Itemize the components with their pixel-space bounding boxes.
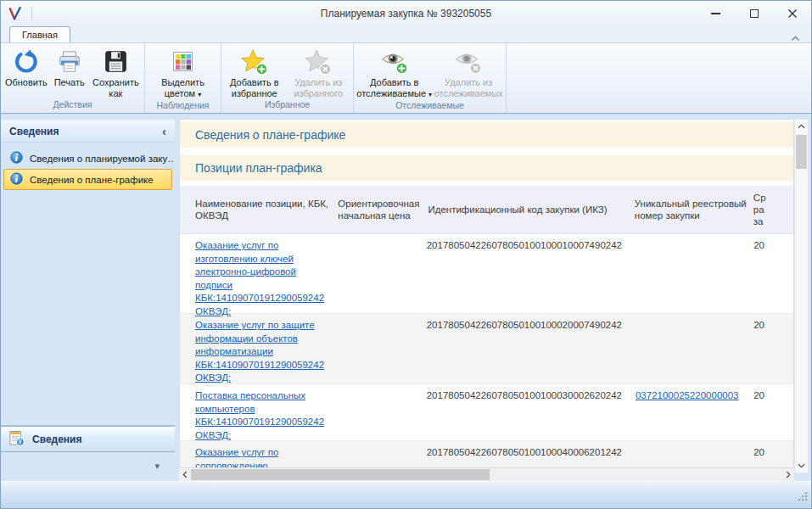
table-header-row: Наименование позиции, КБК, ОКВЭД Ориенти… xyxy=(180,186,793,234)
clipped-cell: 20 xyxy=(753,384,793,403)
price-cell xyxy=(337,441,419,446)
content-pane: Сведения о плане-графике Позиции план-гр… xyxy=(179,114,811,481)
status-bar xyxy=(1,481,811,508)
floppy-disk-icon xyxy=(104,46,128,77)
group-label-actions: Действия xyxy=(3,99,143,113)
navigation-pane-header: Сведения ‹ xyxy=(1,120,175,143)
okved-link[interactable]: ОКВЭД: xyxy=(195,429,330,443)
column-header-ikz: Идентификационный код закупки (ИКЗ) xyxy=(428,204,620,215)
collapse-ribbon-icon[interactable] xyxy=(791,36,800,42)
ikz-cell: 201780504226078050100100020007490242 xyxy=(427,314,622,333)
title-bar: Планируемая закупка № 393205055 xyxy=(1,1,811,26)
kbk-link[interactable]: КБК:14109070191290059242 xyxy=(195,292,330,305)
sidebar-item-planned-purchase-info[interactable]: Сведения о планируемой заку… xyxy=(3,148,172,168)
position-name-link[interactable]: Оказание услуг по сопровождению xyxy=(195,446,330,468)
column-header-price: Ориентировочная начальная цена xyxy=(338,198,421,221)
clipped-cell: 20 xyxy=(753,441,793,460)
column-header-name: Наименование позиции, КБК, ОКВЭД xyxy=(195,198,331,221)
navigation-pane-footer: ▾ xyxy=(1,452,175,481)
group-label-observations: Наблюдения xyxy=(147,100,219,113)
eye-add-icon xyxy=(381,46,408,77)
ribbon-tab-strip: Главная xyxy=(1,26,811,42)
scroll-down-button[interactable] xyxy=(795,459,808,473)
column-header-registry: Уникальный реестровый номер закупки xyxy=(635,198,747,221)
collapse-pane-icon[interactable]: ‹ xyxy=(162,127,166,136)
kbk-link[interactable]: КБК:14109070191290059242 xyxy=(195,359,330,372)
position-name-link[interactable]: Оказание услуг по изготовлению ключей эл… xyxy=(195,239,330,292)
scroll-right-button[interactable] xyxy=(782,468,794,481)
horizontal-scrollbar-thumb[interactable] xyxy=(191,469,490,480)
eye-remove-icon xyxy=(455,46,482,77)
svedeniya-pane-button[interactable]: Сведения xyxy=(1,426,175,452)
group-label-favorites: Избранное xyxy=(223,99,351,113)
add-to-favorites-button[interactable]: Добавить в избранное xyxy=(224,45,285,99)
add-to-tracked-button[interactable]: Добавить в отслеживаемые ▾ xyxy=(356,45,432,100)
table-row: Поставка персональных компьютеров КБК:14… xyxy=(180,384,793,441)
save-as-button[interactable]: Сохранить как xyxy=(90,45,142,99)
tab-glavnaya[interactable]: Главная xyxy=(9,26,70,42)
sidebar-item-plan-schedule-info[interactable]: Сведения о плане-графике xyxy=(3,169,172,190)
ribbon-group-observations: Выделить цветом ▾ Наблюдения xyxy=(145,43,221,113)
vertical-scrollbar-thumb[interactable] xyxy=(796,135,807,169)
vertical-scrollbar[interactable] xyxy=(794,119,809,473)
color-palette-icon xyxy=(171,46,195,77)
ikz-cell: 201780504226078050100100030002620242 xyxy=(427,384,622,403)
document-info-icon xyxy=(8,430,25,449)
section-header-plan-schedule: Сведения о плане-графике xyxy=(180,122,793,148)
horizontal-scrollbar[interactable] xyxy=(179,468,794,481)
dropdown-arrow-icon: ▾ xyxy=(198,91,201,98)
refresh-icon xyxy=(14,46,39,77)
table-row: Оказание услуг по изготовлению ключей эл… xyxy=(180,234,793,314)
remove-from-tracked-button: Удалить из отслеживаемых xyxy=(434,45,503,99)
info-icon xyxy=(10,151,23,165)
price-cell xyxy=(337,314,419,319)
scroll-left-button[interactable] xyxy=(179,468,191,481)
dropdown-arrow-icon: ▾ xyxy=(428,91,432,98)
app-window: Планируемая закупка № 393205055 Главная xyxy=(0,0,812,509)
price-cell xyxy=(337,234,419,239)
position-name-link[interactable]: Поставка персональных компьютеров xyxy=(195,389,330,416)
info-icon xyxy=(10,172,23,187)
table-row: Оказание услуг по сопровождению 20178050… xyxy=(180,441,793,468)
refresh-button[interactable]: Обновить xyxy=(3,45,49,88)
print-button[interactable]: Печать xyxy=(51,45,88,88)
ribbon-group-favorites: Добавить в избранное Удалить из избранно… xyxy=(221,43,354,113)
okved-link[interactable]: ОКВЭД: xyxy=(195,372,330,385)
group-label-tracking: Отслеживаемые xyxy=(356,100,504,113)
scroll-up-button[interactable] xyxy=(795,120,808,133)
star-add-icon xyxy=(241,46,268,77)
remove-from-favorites-button: Удалить из избранного xyxy=(287,45,350,99)
highlight-color-button[interactable]: Выделить цветом ▾ xyxy=(156,45,210,100)
ikz-cell: 201780504226078050100100010007490242 xyxy=(427,234,622,253)
printer-icon xyxy=(57,46,82,77)
clipped-cell: 20 xyxy=(753,314,793,333)
clipped-cell: 20 xyxy=(753,234,793,253)
ribbon-group-tracking: Добавить в отслеживаемые ▾ Удалить из от… xyxy=(354,43,507,113)
ribbon-group-actions: Обновить Печать xyxy=(1,43,145,113)
ribbon: Обновить Печать xyxy=(1,42,811,114)
registry-number-link[interactable]: 0372100025220000003 xyxy=(636,390,739,400)
price-cell xyxy=(337,384,419,389)
column-header-clipped: Ср ра за xyxy=(753,192,793,227)
kbk-link[interactable]: КБК:14109070191290059242 xyxy=(195,416,330,429)
window-title: Планируемая закупка № 393205055 xyxy=(1,8,811,20)
navigation-pane: Сведения ‹ Сведения о планируемой заку… xyxy=(1,114,175,481)
section-header-positions: Позиции план-графика xyxy=(180,155,793,181)
resize-grip[interactable] xyxy=(798,490,809,506)
pane-options-arrow-icon[interactable]: ▾ xyxy=(154,461,160,471)
star-remove-icon xyxy=(305,46,332,77)
ikz-cell: 201780504226078050100100040006201242 xyxy=(427,441,622,460)
table-row: Оказание услуг по защите информации объе… xyxy=(180,314,793,384)
position-name-link[interactable]: Оказание услуг по защите информации объе… xyxy=(195,319,330,359)
